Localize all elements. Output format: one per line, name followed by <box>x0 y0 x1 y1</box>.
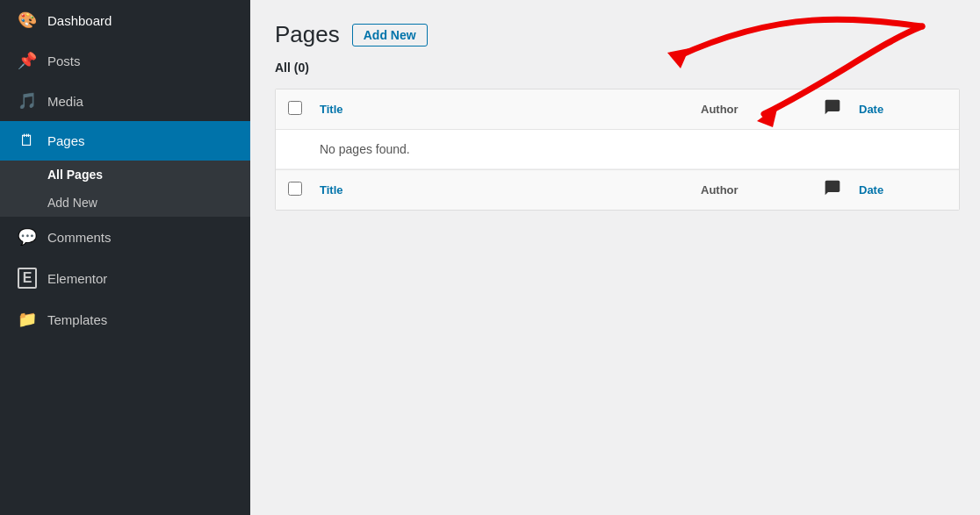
sidebar-label-comments: Comments <box>47 230 112 245</box>
sidebar-item-comments[interactable]: 💬 Comments <box>0 217 250 257</box>
pages-icon: 🗒 <box>18 132 37 150</box>
add-new-button[interactable]: Add New <box>352 24 428 46</box>
footer-checkbox-col <box>288 182 320 199</box>
col-comments-footer <box>806 179 859 201</box>
main-content-area: Pages Add New All (0) Title Author Date <box>250 0 980 515</box>
sidebar-subitem-add-new[interactable]: Add New <box>0 189 250 217</box>
col-title-footer[interactable]: Title <box>320 183 701 197</box>
elementor-icon: E <box>18 268 37 289</box>
sidebar-item-posts[interactable]: 📌 Posts <box>0 40 250 81</box>
col-date-header[interactable]: Date <box>859 103 947 116</box>
comments-icon: 💬 <box>18 227 37 247</box>
sidebar-item-pages[interactable]: 🗒 Pages <box>0 121 250 161</box>
filter-all-label: All (0) <box>275 61 309 75</box>
select-all-checkbox[interactable] <box>288 101 302 115</box>
col-author-header: Author <box>701 103 806 116</box>
table-empty-row: No pages found. <box>276 130 959 169</box>
col-title-header[interactable]: Title <box>320 103 701 116</box>
sidebar-label-dashboard: Dashboard <box>47 13 112 28</box>
sidebar-subitem-all-pages[interactable]: All Pages <box>0 161 250 189</box>
sidebar-label-posts: Posts <box>47 54 81 68</box>
sidebar-item-elementor[interactable]: E Elementor <box>0 257 250 299</box>
media-icon: 🎵 <box>18 91 37 111</box>
sidebar-item-media[interactable]: 🎵 Media <box>0 81 250 121</box>
no-pages-message: No pages found. <box>320 142 410 156</box>
main: Pages Add New All (0) Title Author Date <box>250 0 980 232</box>
table-footer-row: Title Author Date <box>276 169 959 210</box>
templates-icon: 📁 <box>18 310 37 329</box>
page-header: Pages Add New <box>275 21 960 48</box>
page-title: Pages <box>275 21 340 48</box>
select-all-checkbox-footer[interactable] <box>288 182 302 196</box>
sidebar-label-elementor: Elementor <box>47 271 107 286</box>
sidebar-label-pages: Pages <box>47 133 85 148</box>
sidebar: 🎨 Dashboard 📌 Posts 🎵 Media 🗒 Pages All … <box>0 0 250 515</box>
filter-bar: All (0) <box>275 61 960 75</box>
col-author-footer: Author <box>701 183 806 197</box>
dashboard-icon: 🎨 <box>18 11 37 30</box>
header-checkbox-col <box>288 101 320 118</box>
sidebar-label-media: Media <box>47 94 83 109</box>
table-header-row: Title Author Date <box>276 89 959 130</box>
posts-icon: 📌 <box>18 51 37 70</box>
pages-subitems: All Pages Add New <box>0 161 250 217</box>
sidebar-item-dashboard[interactable]: 🎨 Dashboard <box>0 0 250 40</box>
col-comments-header <box>806 98 859 120</box>
sidebar-label-templates: Templates <box>47 312 107 327</box>
pages-table: Title Author Date No pages found. Title … <box>275 89 960 211</box>
sidebar-item-templates[interactable]: 📁 Templates <box>0 299 250 340</box>
col-date-footer[interactable]: Date <box>859 183 947 197</box>
